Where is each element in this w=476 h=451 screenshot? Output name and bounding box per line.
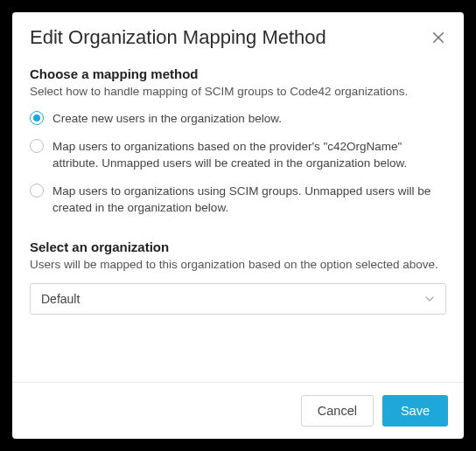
dialog-footer: Cancel Save [12,382,464,439]
dialog-body: Choose a mapping method Select how to ha… [12,61,464,382]
edit-org-mapping-dialog: Edit Organization Mapping Method Choose … [12,12,464,439]
org-description: Users will be mapped to this organizatio… [30,258,446,271]
dialog-title: Edit Organization Mapping Method [30,26,326,49]
cancel-button[interactable]: Cancel [301,395,374,427]
organization-select-value: Default [41,292,80,306]
organization-select[interactable]: Default [30,283,446,315]
radio-label: Create new users in the organization bel… [52,110,282,128]
dialog-header: Edit Organization Mapping Method [12,12,464,61]
save-button[interactable]: Save [382,395,448,427]
mapping-option-scim-groups[interactable]: Map users to organizations using SCIM gr… [30,183,446,217]
mapping-radio-group: Create new users in the organization bel… [30,110,446,217]
chevron-down-icon [423,292,437,306]
radio-label: Map users to organizations using SCIM gr… [52,183,446,217]
mapping-heading: Choose a mapping method [30,66,446,81]
mapping-option-create-new[interactable]: Create new users in the organization bel… [30,110,446,128]
mapping-option-c42orgname[interactable]: Map users to organizations based on the … [30,138,446,172]
mapping-description: Select how to handle mapping of SCIM gro… [30,85,446,98]
radio-label: Map users to organizations based on the … [52,138,446,172]
radio-icon [30,139,44,153]
radio-icon [30,184,44,198]
radio-icon [30,111,44,125]
close-icon[interactable] [430,30,446,45]
org-heading: Select an organization [30,239,446,254]
